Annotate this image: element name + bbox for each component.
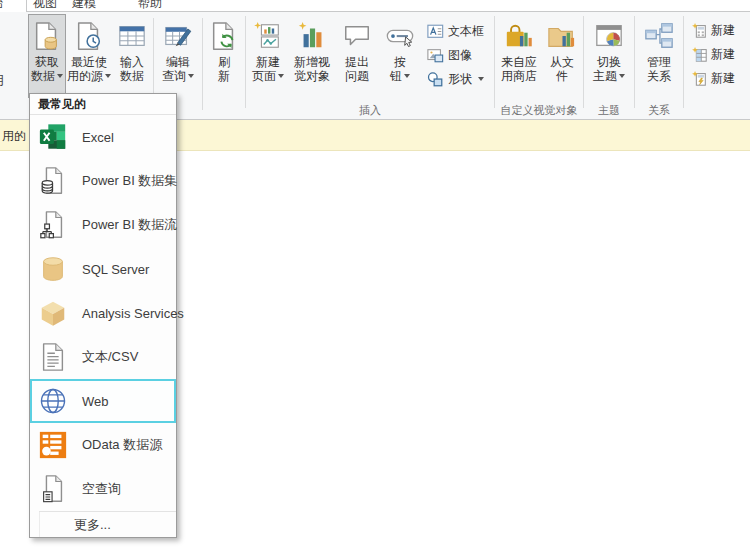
- group-relationships-label: 关系: [636, 104, 682, 118]
- menu-item-more[interactable]: 更多...: [30, 512, 176, 537]
- pbi-dataflow-icon: [37, 209, 69, 241]
- button-label: 按 钮: [390, 55, 410, 84]
- menu-item-blank-query[interactable]: 空查询: [30, 467, 176, 511]
- get-data-label: 获取 数据: [31, 55, 63, 84]
- excel-icon: [37, 121, 69, 153]
- menu-item-text-csv[interactable]: 文本/CSV: [30, 335, 176, 379]
- new-column-icon: [691, 46, 708, 63]
- sql-server-icon: [37, 253, 69, 285]
- enter-data-button[interactable]: 输入 数据: [112, 14, 152, 98]
- group-insert-label: 插入: [247, 104, 493, 118]
- get-data-dropdown-menu: 最常见的 Excel Power BI 数据集: [29, 93, 177, 538]
- analysis-services-icon: [37, 297, 69, 329]
- clipped-ribbon-glyph: 用: [0, 72, 4, 90]
- chevron-down-icon: [57, 74, 63, 78]
- textbox-icon: [427, 23, 444, 40]
- manage-relationships-label: 管理 关系: [647, 55, 671, 84]
- new-column-button[interactable]: 新建: [691, 42, 735, 66]
- new-quick-measure-label: 新建: [711, 70, 735, 87]
- theme-window-pie-icon: [594, 17, 624, 55]
- menu-item-odata[interactable]: OData 数据源: [30, 423, 176, 467]
- notification-text-partial: 用的: [2, 128, 26, 145]
- menu-item-label: Power BI 数据集: [82, 172, 177, 190]
- new-measure-icon: [691, 22, 708, 39]
- menu-item-pbi-dataset[interactable]: Power BI 数据集: [30, 159, 176, 203]
- from-marketplace-button[interactable]: 来自应 用商店: [496, 14, 542, 98]
- group-separator: [494, 16, 495, 108]
- group-themes-label: 主题: [585, 104, 633, 118]
- menu-item-label: Analysis Services: [82, 306, 184, 321]
- menu-item-label: 文本/CSV: [82, 348, 138, 366]
- group-separator: [245, 16, 246, 108]
- chevron-down-icon: [188, 74, 194, 78]
- text-csv-icon: [37, 341, 69, 373]
- switch-theme-button[interactable]: 切换 主题: [585, 14, 633, 98]
- chevron-down-icon: [404, 74, 410, 78]
- textbox-label: 文本框: [448, 23, 484, 40]
- group-separator: [583, 16, 584, 108]
- new-page-button[interactable]: 新建 页面: [247, 14, 289, 98]
- new-column-label: 新建: [711, 46, 735, 63]
- menu-item-sql-server[interactable]: SQL Server: [30, 247, 176, 291]
- shapes-icon: [427, 71, 444, 88]
- group-calculations-label: [685, 104, 735, 118]
- recent-sources-button[interactable]: 最近使 用的源: [66, 14, 112, 98]
- image-button[interactable]: 图像: [427, 43, 493, 67]
- new-quick-measure-icon: [691, 70, 708, 87]
- new-measure-button[interactable]: 新建: [691, 18, 735, 42]
- web-globe-icon: [37, 385, 69, 417]
- textbox-button[interactable]: 文本框: [427, 19, 493, 43]
- from-file-label: 从文 件: [550, 55, 574, 84]
- tab-home-partial[interactable]: 始: [0, 0, 3, 12]
- menu-item-label: SQL Server: [82, 262, 149, 277]
- menu-item-label: Web: [82, 394, 109, 409]
- ask-question-label: 提出 问题: [345, 55, 369, 84]
- menu-item-label: Power BI 数据流: [82, 216, 177, 234]
- separator: [202, 18, 203, 110]
- group-custom-visuals: 来自应 用商店 从文 件 自定义视觉对象: [496, 12, 582, 118]
- image-label: 图像: [448, 47, 472, 64]
- ribbon-tab-bar: 始 视图 建模 帮助: [0, 0, 750, 12]
- from-marketplace-label: 来自应 用商店: [501, 55, 537, 84]
- edit-queries-label: 编辑 查询: [162, 55, 194, 84]
- menu-item-analysis-services[interactable]: Analysis Services: [30, 291, 176, 335]
- group-custom-visuals-label: 自定义视觉对象: [496, 104, 582, 118]
- from-file-button[interactable]: 从文 件: [542, 14, 582, 98]
- manage-relationships-button[interactable]: 管理 关系: [636, 14, 682, 98]
- switch-theme-label: 切换 主题: [593, 55, 625, 84]
- button-button[interactable]: 按 钮: [379, 14, 421, 98]
- get-data-icon: [32, 17, 62, 55]
- odata-icon: [37, 429, 69, 461]
- menu-item-excel[interactable]: Excel: [30, 115, 176, 159]
- group-relationships: 管理 关系 关系: [636, 12, 682, 118]
- menu-item-label: OData 数据源: [82, 436, 162, 454]
- menu-gutter-line: [39, 512, 40, 537]
- new-page-label: 新建 页面: [252, 55, 284, 84]
- more-label: 更多...: [74, 516, 111, 534]
- group-themes: 切换 主题 主题: [585, 12, 633, 118]
- refresh-button[interactable]: 刷 新: [204, 14, 244, 98]
- shapes-button[interactable]: 形状: [427, 67, 493, 91]
- new-page-icon: [253, 17, 283, 55]
- new-quick-measure-button[interactable]: 新建: [691, 66, 735, 90]
- enter-data-label: 输入 数据: [120, 55, 144, 84]
- menu-item-label: Excel: [82, 130, 114, 145]
- group-separator: [634, 16, 635, 108]
- chevron-down-icon: [478, 77, 484, 81]
- group-calculations: 新建 新建: [685, 12, 735, 118]
- menu-item-pbi-dataflow[interactable]: Power BI 数据流: [30, 203, 176, 247]
- menu-item-web[interactable]: Web: [30, 379, 176, 423]
- ask-question-button[interactable]: 提出 问题: [335, 14, 379, 98]
- get-data-button[interactable]: 获取 数据: [28, 14, 66, 98]
- new-visual-button[interactable]: 新增视 觉对象: [289, 14, 335, 98]
- new-measure-label: 新建: [711, 22, 735, 39]
- menu-header-most-common: 最常见的: [30, 94, 176, 115]
- store-bag-icon: [504, 17, 534, 55]
- chevron-down-icon: [619, 74, 625, 78]
- edit-queries-button[interactable]: 编辑 查询: [155, 14, 201, 98]
- relationship-diagram-icon: [644, 17, 674, 55]
- chevron-down-icon: [105, 74, 111, 78]
- group-insert: 新建 页面 新增视 觉对象: [247, 12, 493, 118]
- pbi-dataset-icon: [37, 165, 69, 197]
- enter-data-icon: [117, 17, 147, 55]
